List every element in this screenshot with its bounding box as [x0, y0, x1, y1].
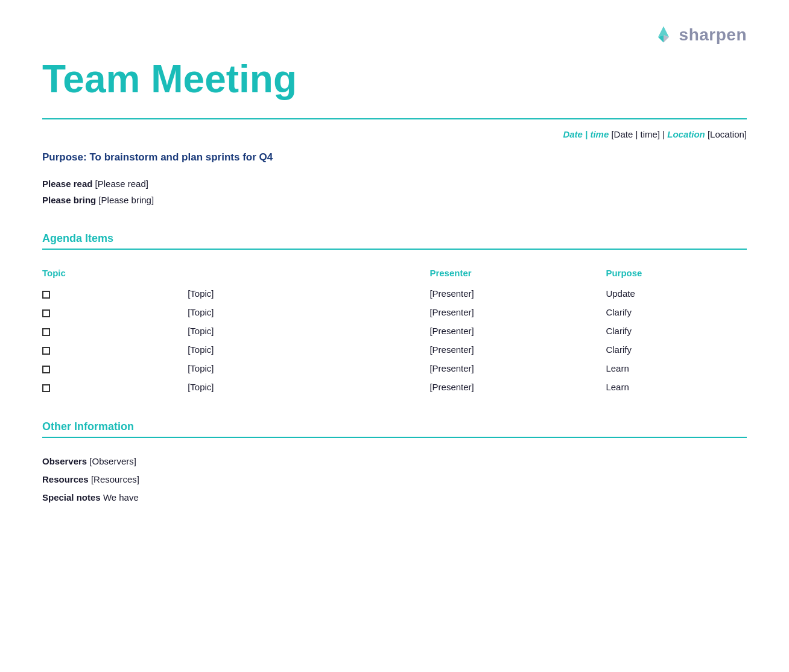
other-info-item: Special notes We have	[42, 489, 747, 507]
agenda-topic: [Topic]	[182, 340, 429, 359]
agenda-row: [Topic] [Presenter] Update	[42, 284, 747, 303]
agenda-purpose: Clarify	[606, 322, 747, 340]
agenda-presenter: [Presenter]	[429, 303, 606, 322]
other-info-section: Other Information Observers [Observers]R…	[42, 420, 747, 507]
agenda-topic: [Topic]	[182, 284, 429, 303]
purpose-line: Purpose: To brainstorm and plan sprints …	[42, 151, 747, 163]
other-info-title: Other Information	[42, 420, 134, 433]
agenda-topic: [Topic]	[182, 359, 429, 378]
please-read-label: Please read	[42, 179, 92, 189]
date-location-row: Date | time [Date | time] | Location [Lo…	[42, 129, 747, 139]
agenda-topic: [Topic]	[182, 303, 429, 322]
other-info-value: [Observers]	[89, 456, 136, 466]
agenda-checkbox-cell[interactable]	[42, 359, 182, 378]
col-header-purpose: Purpose	[606, 264, 747, 284]
please-read-line: Please read [Please read]	[42, 176, 747, 192]
checkbox-icon[interactable]	[42, 347, 50, 355]
agenda-purpose: Clarify	[606, 303, 747, 322]
checkbox-icon[interactable]	[42, 384, 50, 392]
logo: sharpen	[653, 24, 747, 46]
other-info-header: Other Information	[42, 420, 747, 433]
other-info-divider	[42, 437, 747, 438]
other-info-value: [Resources]	[91, 474, 139, 484]
agenda-divider	[42, 249, 747, 250]
agenda-row: [Topic] [Presenter] Learn	[42, 359, 747, 378]
pre-reading-section: Please read [Please read] Please bring […	[42, 176, 747, 208]
agenda-presenter: [Presenter]	[429, 322, 606, 340]
header-divider	[42, 118, 747, 119]
agenda-presenter: [Presenter]	[429, 359, 606, 378]
agenda-presenter: [Presenter]	[429, 378, 606, 396]
other-info-label: Resources	[42, 474, 89, 484]
logo-text: sharpen	[679, 25, 747, 45]
please-bring-label: Please bring	[42, 195, 96, 205]
other-info-value: We have	[103, 492, 139, 502]
agenda-checkbox-cell[interactable]	[42, 284, 182, 303]
agenda-purpose: Update	[606, 284, 747, 303]
agenda-topic: [Topic]	[182, 322, 429, 340]
agenda-row: [Topic] [Presenter] Clarify	[42, 322, 747, 340]
col-header-presenter: Presenter	[429, 264, 606, 284]
agenda-row: [Topic] [Presenter] Clarify	[42, 340, 747, 359]
agenda-purpose: Clarify	[606, 340, 747, 359]
agenda-section-header: Agenda Items	[42, 232, 747, 245]
agenda-topic: [Topic]	[182, 378, 429, 396]
date-value: [Date | time]	[611, 129, 660, 139]
agenda-section-title: Agenda Items	[42, 232, 113, 245]
date-label: Date | time	[563, 129, 609, 139]
agenda-table-header-row: Topic Presenter Purpose	[42, 264, 747, 284]
agenda-checkbox-cell[interactable]	[42, 340, 182, 359]
location-value: [Location]	[708, 129, 747, 139]
agenda-checkbox-cell[interactable]	[42, 303, 182, 322]
logo-area: sharpen	[42, 24, 747, 46]
agenda-table: Topic Presenter Purpose [Topic] [Present…	[42, 264, 747, 396]
agenda-purpose: Learn	[606, 378, 747, 396]
checkbox-icon[interactable]	[42, 309, 50, 317]
agenda-row: [Topic] [Presenter] Learn	[42, 378, 747, 396]
please-bring-line: Please bring [Please bring]	[42, 192, 747, 208]
checkbox-icon[interactable]	[42, 366, 50, 373]
other-info-label: Observers	[42, 456, 87, 466]
other-info-item: Resources [Resources]	[42, 471, 747, 489]
agenda-purpose: Learn	[606, 359, 747, 378]
agenda-checkbox-cell[interactable]	[42, 378, 182, 396]
sharpen-logo-icon	[653, 24, 674, 46]
location-label: Location	[667, 129, 705, 139]
agenda-checkbox-cell[interactable]	[42, 322, 182, 340]
checkbox-icon[interactable]	[42, 328, 50, 336]
col-header-topic: Topic	[42, 264, 429, 284]
agenda-presenter: [Presenter]	[429, 284, 606, 303]
other-info-label: Special notes	[42, 492, 101, 502]
other-info-item: Observers [Observers]	[42, 452, 747, 471]
agenda-row: [Topic] [Presenter] Clarify	[42, 303, 747, 322]
checkbox-icon[interactable]	[42, 291, 50, 299]
other-info-list: Observers [Observers]Resources [Resource…	[42, 452, 747, 507]
page-title: Team Meeting	[42, 58, 747, 100]
agenda-presenter: [Presenter]	[429, 340, 606, 359]
